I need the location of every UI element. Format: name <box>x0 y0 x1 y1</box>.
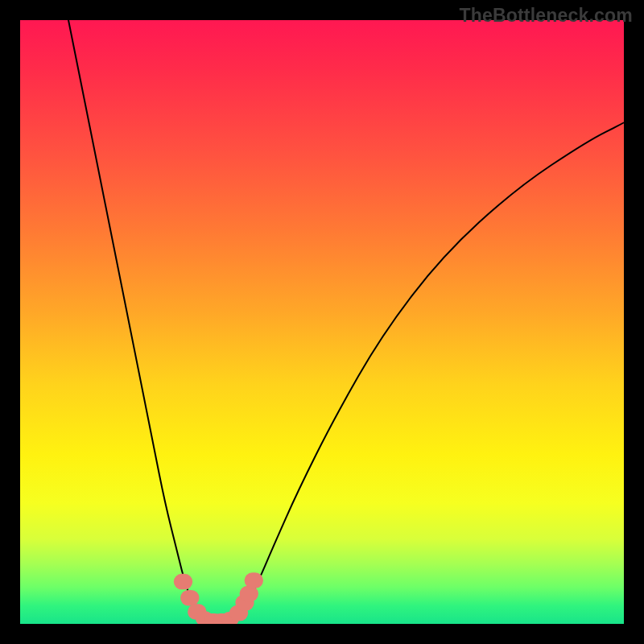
data-marker <box>245 572 263 588</box>
bottleneck-curve <box>68 20 624 621</box>
plot-area <box>20 20 624 624</box>
watermark-text: TheBottleneck.com <box>459 5 633 27</box>
data-marker <box>174 574 192 590</box>
chart-stage: TheBottleneck.com <box>0 0 644 644</box>
bottleneck-curve-svg <box>20 20 624 624</box>
data-markers <box>174 572 263 624</box>
data-marker <box>180 590 199 606</box>
